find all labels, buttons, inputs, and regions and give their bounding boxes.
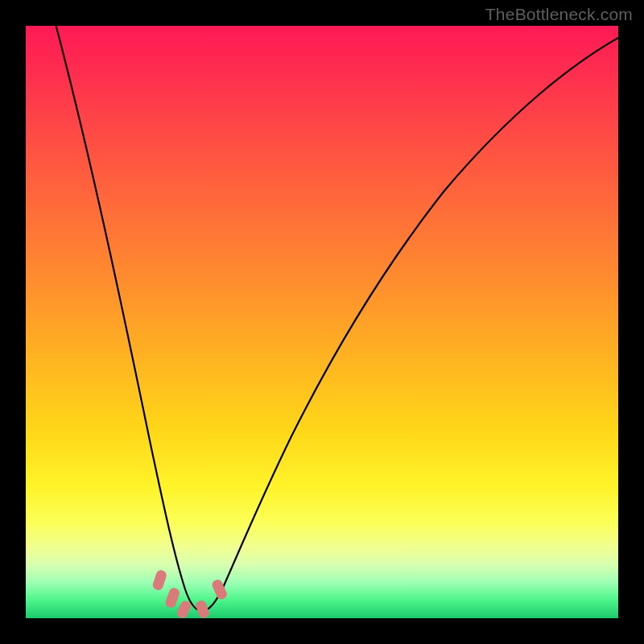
chart-frame: TheBottleneck.com <box>0 0 644 644</box>
watermark-text: TheBottleneck.com <box>485 5 633 24</box>
marker-dot <box>175 599 192 619</box>
marker-group <box>151 569 228 620</box>
marker-dot <box>195 599 211 619</box>
marker-dot <box>164 587 181 609</box>
chart-svg <box>26 26 618 618</box>
bottleneck-curve <box>54 18 625 611</box>
plot-area <box>26 26 618 618</box>
marker-dot <box>151 569 167 592</box>
